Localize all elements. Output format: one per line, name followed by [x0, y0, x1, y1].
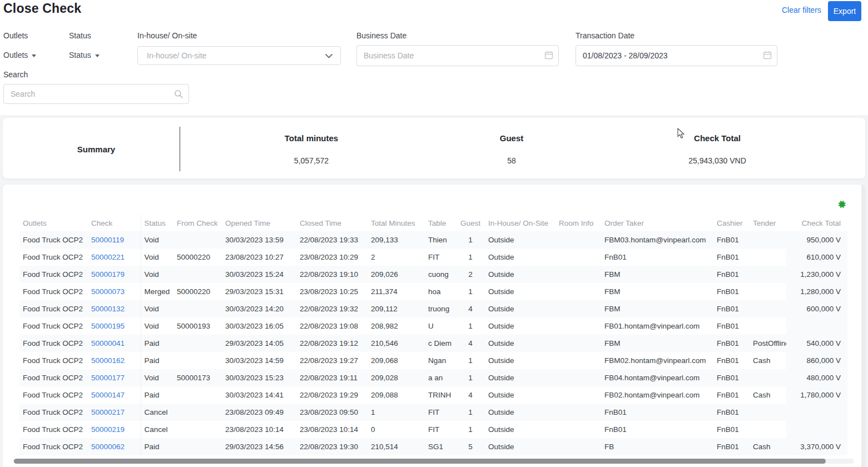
- check-link[interactable]: 50000132: [91, 305, 125, 313]
- check-link[interactable]: 50000217: [91, 408, 125, 416]
- cell-guest: 4: [456, 300, 485, 317]
- metric-check-total: Check Total 25,943,030 VND: [688, 133, 746, 165]
- check-link[interactable]: 50000119: [91, 236, 124, 244]
- gear-icon[interactable]: [838, 200, 846, 211]
- col-header-in-house-on-site: In-House/ On-Site: [485, 215, 555, 231]
- cell-opened-time: 29/03/2023 14:56: [222, 438, 296, 455]
- cell-cashier: FnB01: [713, 404, 750, 421]
- cell-closed-time: 22/08/2023 19:30: [296, 438, 368, 455]
- cell-check: 50000217: [88, 404, 141, 421]
- outlets-dropdown[interactable]: Outlets: [3, 51, 36, 59]
- cell-cashier: FnB01: [713, 283, 750, 300]
- cell-table: U: [425, 317, 456, 335]
- cell-room-info: [555, 386, 601, 404]
- metric-label: Total minutes: [285, 133, 338, 143]
- col-header-opened-time: Opened Time: [222, 215, 296, 231]
- cell-in-house-on-site: Outside: [485, 249, 555, 266]
- table-body: Food Truck OCP250000119Void30/03/2023 13…: [19, 231, 847, 455]
- cell-guest: 1: [456, 317, 485, 335]
- cell-room-info: [555, 283, 601, 300]
- status-dropdown-value: Status: [69, 51, 91, 59]
- cell-total-minutes: 2: [368, 249, 425, 266]
- table-header-row: Outlets Check Status From Check Opened T…: [19, 215, 847, 231]
- cell-outlets: Food Truck OCP2: [19, 438, 88, 455]
- check-link[interactable]: 50000162: [91, 356, 125, 365]
- cell-from-check: [173, 335, 222, 352]
- cell-room-info: [555, 404, 601, 421]
- inhouse-select[interactable]: In-house/ On-site: [137, 46, 341, 65]
- export-button[interactable]: Export: [828, 1, 861, 21]
- vertical-scrollbar-track[interactable]: [861, 185, 865, 467]
- col-header-check: Check: [88, 215, 141, 231]
- cell-room-info: [555, 421, 601, 438]
- cell-closed-time: 22/08/2023 19:29: [296, 386, 368, 404]
- horizontal-scrollbar-thumb[interactable]: [14, 459, 826, 464]
- col-header-outlets: Outlets: [19, 215, 88, 231]
- metric-value: 25,943,030 VND: [688, 156, 746, 165]
- calendar-icon[interactable]: [544, 51, 553, 62]
- cell-from-check: 50000220: [173, 249, 222, 266]
- cell-opened-time: 30/03/2023 15:23: [222, 369, 296, 386]
- cell-room-info: [555, 266, 601, 283]
- summary-card: Summary Total minutes 5,057,572 Guest 58…: [2, 117, 866, 179]
- cell-opened-time: 23/08/2023 10:14: [222, 421, 296, 438]
- cell-room-info: [555, 300, 601, 317]
- cell-total-minutes: 211,374: [368, 283, 425, 300]
- cell-status: Cancel: [141, 421, 173, 438]
- check-link[interactable]: 50000062: [91, 443, 125, 451]
- check-link[interactable]: 50000195: [91, 322, 125, 330]
- check-link[interactable]: 50000073: [91, 287, 125, 296]
- cell-status: Void: [141, 231, 173, 249]
- search-icon: [174, 90, 183, 101]
- cell-check: 50000162: [88, 352, 141, 369]
- clear-filters-link[interactable]: Clear filters: [782, 6, 821, 14]
- table-row: Food Truck OCP250000073Merged5000022029/…: [19, 283, 847, 300]
- cell-table: hoa: [425, 283, 456, 300]
- cell-opened-time: 30/03/2023 16:05: [222, 317, 296, 335]
- check-link[interactable]: 50000179: [91, 270, 125, 279]
- status-dropdown[interactable]: Status: [69, 51, 100, 59]
- cell-guest: 4: [456, 335, 485, 352]
- check-link[interactable]: 50000177: [91, 374, 125, 382]
- cell-check-total: 540,000 V: [786, 335, 847, 352]
- cell-from-check: [173, 352, 222, 369]
- col-header-status: Status: [141, 215, 173, 231]
- cell-tender: Cash: [750, 352, 786, 369]
- cell-status: Void: [141, 369, 173, 386]
- search-input[interactable]: [3, 84, 189, 104]
- cell-table: SG1: [425, 438, 456, 455]
- table-row: Food Truck OCP250000147Paid30/03/2023 14…: [19, 386, 847, 404]
- caret-down-icon: [95, 54, 100, 57]
- summary-divider: [180, 127, 180, 171]
- cell-check-total: 1,780,000 V: [786, 386, 847, 404]
- table-row: Food Truck OCP250000219Cancel23/08/2023 …: [19, 421, 847, 438]
- check-link[interactable]: 50000041: [91, 339, 125, 347]
- cell-tender: [750, 266, 786, 283]
- cell-check: 50000147: [88, 386, 141, 404]
- check-link[interactable]: 50000221: [91, 253, 125, 261]
- cell-in-house-on-site: Outside: [485, 352, 555, 369]
- cell-guest: 1: [456, 283, 485, 300]
- business-date-input[interactable]: [356, 45, 559, 66]
- cell-check-total: 610,000 V: [786, 249, 847, 266]
- cell-order-taker: FnB01: [601, 249, 713, 266]
- cell-outlets: Food Truck OCP2: [19, 231, 88, 249]
- cell-status: Cancel: [141, 404, 173, 421]
- cell-from-check: 50000173: [173, 369, 222, 386]
- cell-tender: [750, 421, 786, 438]
- cell-guest: 1: [456, 421, 485, 438]
- transaction-date-filter-label: Transaction Date: [576, 31, 634, 40]
- check-link[interactable]: 50000219: [91, 425, 125, 434]
- check-link[interactable]: 50000147: [91, 391, 125, 399]
- cell-status: Merged: [141, 283, 173, 300]
- cell-outlets: Food Truck OCP2: [19, 283, 88, 300]
- cell-table: FIT: [425, 249, 456, 266]
- cell-order-taker: FBM: [601, 300, 713, 317]
- transaction-date-input[interactable]: [576, 45, 777, 66]
- caret-down-icon: [32, 54, 36, 57]
- table-row: Food Truck OCP250000195Void5000019330/03…: [19, 317, 847, 335]
- cell-outlets: Food Truck OCP2: [19, 421, 88, 438]
- cell-order-taker: FBM02.hontam@vinpearl.com: [601, 352, 713, 369]
- calendar-icon[interactable]: [763, 51, 772, 62]
- table-row: Food Truck OCP250000119Void30/03/2023 13…: [19, 231, 847, 249]
